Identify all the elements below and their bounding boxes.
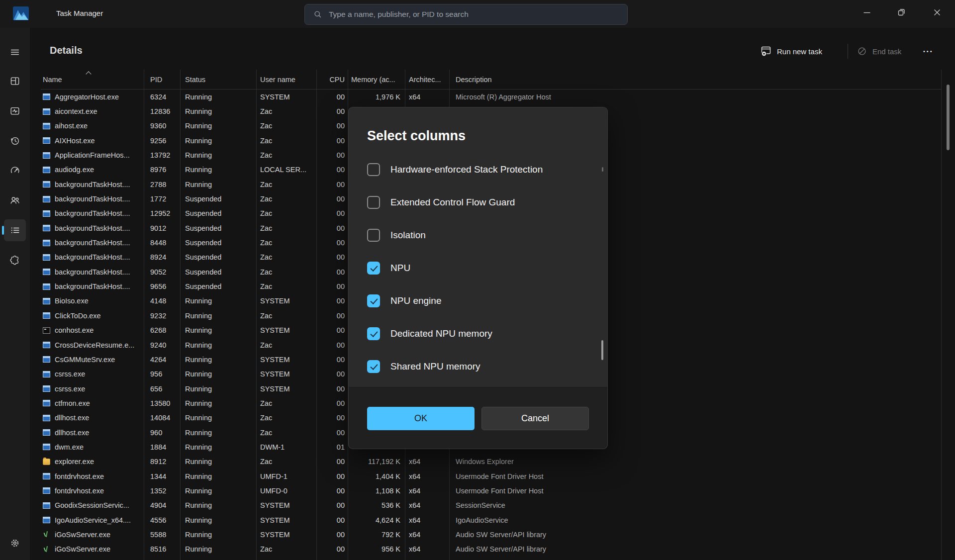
- ok-button[interactable]: OK: [367, 407, 475, 430]
- column-option[interactable]: Shared NPU memory: [349, 350, 602, 383]
- process-icon: [43, 429, 50, 436]
- process-icon: [43, 312, 50, 319]
- restore-button[interactable]: [890, 0, 913, 25]
- column-option-label: Shared NPU memory: [390, 361, 480, 372]
- column-option[interactable]: Extended Control Flow Guard: [349, 186, 602, 219]
- column-option[interactable]: NPU: [349, 252, 602, 284]
- process-icon: [43, 415, 50, 421]
- navigation-rail: [0, 28, 30, 560]
- column-option-label: Extended Control Flow Guard: [390, 197, 515, 208]
- checkbox[interactable]: [367, 196, 380, 209]
- cancel-button-label: Cancel: [521, 413, 549, 424]
- table-row[interactable]: IntelAudioService.exe 4588 Running SYSTE…: [41, 557, 942, 560]
- process-icon: [43, 444, 50, 450]
- app-history-icon: [9, 135, 20, 146]
- process-icon: [43, 167, 50, 173]
- process-icon: [43, 502, 50, 509]
- ellipsis-icon: •••: [923, 48, 934, 54]
- table-row[interactable]: fontdrvhost.exe 1344 Running UMFD-1 00 1…: [41, 469, 942, 483]
- details-icon: [9, 225, 20, 236]
- column-option-label: Isolation: [390, 230, 426, 241]
- process-icon: [43, 210, 50, 217]
- column-option-label: NPU: [390, 263, 410, 274]
- process-icon: [43, 400, 50, 406]
- checkbox[interactable]: [367, 327, 380, 340]
- process-icon: [43, 123, 50, 129]
- table-row[interactable]: iGoSwServer.exe 8516 Running Zac 00 956 …: [41, 542, 942, 557]
- process-icon: [43, 473, 50, 479]
- table-scrollbar-thumb[interactable]: [947, 85, 950, 150]
- column-option-label: NPU engine: [390, 295, 441, 306]
- column-option[interactable]: Dedicated NPU memory: [349, 317, 602, 350]
- table-row[interactable]: IgoAudioService_x64.... 4556 Running SYS…: [41, 513, 942, 527]
- dialog-scroll-mark: [602, 167, 603, 172]
- column-header-user[interactable]: User name: [257, 70, 317, 89]
- column-header-status[interactable]: Status: [181, 70, 257, 89]
- column-header-architecture[interactable]: Architec...: [405, 70, 450, 89]
- checkbox[interactable]: [367, 262, 380, 275]
- process-icon: [43, 371, 50, 377]
- restore-icon: [895, 6, 907, 18]
- checkbox[interactable]: [367, 229, 380, 242]
- process-icon: [43, 385, 50, 392]
- checkbox[interactable]: [367, 294, 380, 307]
- page-title: Details: [50, 45, 83, 56]
- column-header-description[interactable]: Description: [450, 70, 942, 89]
- close-icon: [931, 6, 943, 18]
- process-icon: [43, 225, 50, 231]
- checkbox[interactable]: [367, 360, 380, 373]
- sidebar-item-settings[interactable]: [4, 532, 26, 554]
- column-option[interactable]: Isolation: [349, 219, 602, 252]
- sidebar-item-users[interactable]: [4, 189, 26, 211]
- sidebar-item-app-history[interactable]: [4, 130, 26, 152]
- hamburger-icon: [9, 47, 20, 58]
- dialog-scrollbar-thumb[interactable]: [601, 340, 603, 360]
- run-new-task-button[interactable]: Run new task: [757, 42, 825, 61]
- process-icon: [43, 108, 50, 115]
- close-button[interactable]: [926, 0, 949, 25]
- table-row[interactable]: iGoSwServer.exe 5588 Running SYSTEM 00 7…: [41, 527, 942, 542]
- checkbox[interactable]: [367, 163, 380, 176]
- sidebar-item-services[interactable]: [4, 249, 26, 271]
- menu-toggle-button[interactable]: [4, 41, 26, 63]
- sidebar-item-processes[interactable]: [4, 70, 26, 92]
- task-manager-app-icon: [13, 6, 29, 20]
- table-row[interactable]: fontdrvhost.exe 1352 Running UMFD-0 00 1…: [41, 483, 942, 498]
- table-row[interactable]: AggregatorHost.exe 6324 Running SYSTEM 0…: [41, 90, 942, 104]
- table-row[interactable]: explorer.exe 8912 Running Zac 00 117,192…: [41, 455, 942, 469]
- process-icon: [43, 254, 50, 261]
- process-icon: [43, 487, 50, 494]
- cancel-button[interactable]: Cancel: [481, 407, 589, 430]
- column-header-memory[interactable]: Memory (ac...: [348, 70, 405, 89]
- column-header-cpu[interactable]: CPU: [317, 70, 348, 89]
- more-options-button[interactable]: •••: [923, 42, 934, 61]
- column-options: Hardware-enforced Stack Protection Exten…: [349, 153, 602, 383]
- end-task-label: End task: [872, 47, 901, 56]
- column-option[interactable]: NPU engine: [349, 284, 602, 317]
- sidebar-item-details[interactable]: [4, 219, 26, 241]
- search-icon: [313, 9, 323, 19]
- window-title: Task Manager: [56, 9, 103, 17]
- startup-apps-icon: [9, 165, 20, 176]
- dialog-title: Select columns: [367, 128, 466, 144]
- search-box[interactable]: [304, 4, 628, 25]
- process-icon: [43, 137, 50, 144]
- task-manager-window: Task Manager: [0, 0, 955, 560]
- titlebar: Task Manager: [0, 0, 955, 28]
- process-icon: [43, 327, 50, 334]
- column-header-name[interactable]: Name: [41, 70, 144, 89]
- services-icon: [9, 255, 20, 266]
- sidebar-item-performance[interactable]: [4, 100, 26, 122]
- process-icon: [43, 196, 50, 202]
- toolbar-separator: [848, 44, 848, 59]
- table-row[interactable]: GoodixSessionServic... 4904 Running SYST…: [41, 498, 942, 513]
- run-new-task-icon: [760, 45, 772, 57]
- process-icon: [43, 181, 50, 187]
- minimize-button[interactable]: [856, 0, 878, 25]
- column-option-label: Dedicated NPU memory: [390, 328, 492, 339]
- column-header-pid[interactable]: PID: [144, 70, 181, 89]
- sidebar-item-startup-apps[interactable]: [4, 160, 26, 182]
- column-option[interactable]: Hardware-enforced Stack Protection: [349, 153, 602, 186]
- search-input[interactable]: [329, 10, 627, 19]
- table-header: Name PID Status User name CPU Memory (ac…: [41, 70, 942, 90]
